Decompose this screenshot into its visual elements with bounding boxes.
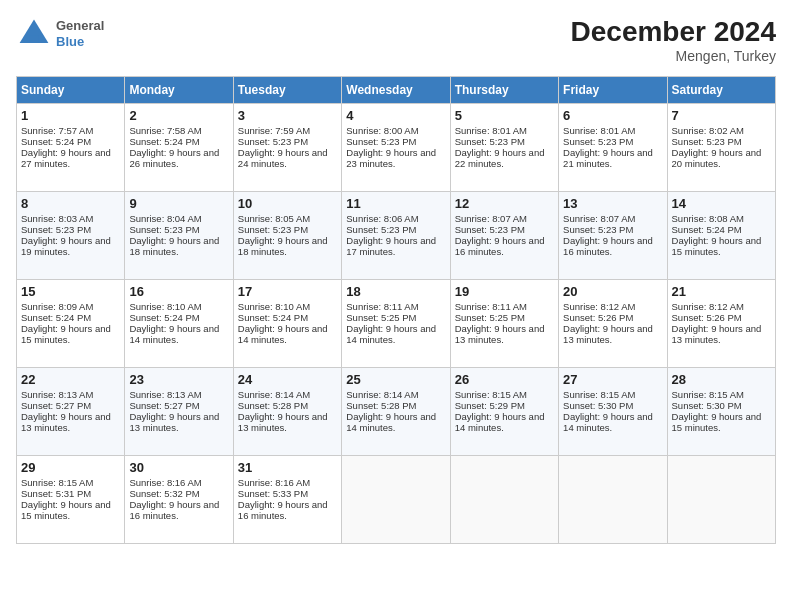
day-daylight-label-27: Daylight: 9 hours and 14 minutes. <box>563 411 653 433</box>
day-sunset-4: Sunset: 5:23 PM <box>346 136 416 147</box>
day-cell-28: 28 Sunrise: 8:15 AM Sunset: 5:30 PM Dayl… <box>667 368 775 456</box>
day-number-12: 12 <box>455 196 554 211</box>
day-cell-11: 11 Sunrise: 8:06 AM Sunset: 5:23 PM Dayl… <box>342 192 450 280</box>
day-cell-7: 7 Sunrise: 8:02 AM Sunset: 5:23 PM Dayli… <box>667 104 775 192</box>
day-cell-10: 10 Sunrise: 8:05 AM Sunset: 5:23 PM Dayl… <box>233 192 341 280</box>
day-cell-3: 3 Sunrise: 7:59 AM Sunset: 5:23 PM Dayli… <box>233 104 341 192</box>
day-sunrise-7: Sunrise: 8:02 AM <box>672 125 744 136</box>
day-daylight-label-26: Daylight: 9 hours and 14 minutes. <box>455 411 545 433</box>
day-sunrise-23: Sunrise: 8:13 AM <box>129 389 201 400</box>
day-cell-8: 8 Sunrise: 8:03 AM Sunset: 5:23 PM Dayli… <box>17 192 125 280</box>
page-header: General Blue December 2024 Mengen, Turke… <box>16 16 776 64</box>
day-number-20: 20 <box>563 284 662 299</box>
day-sunrise-22: Sunrise: 8:13 AM <box>21 389 93 400</box>
day-number-7: 7 <box>672 108 771 123</box>
day-cell-12: 12 Sunrise: 8:07 AM Sunset: 5:23 PM Dayl… <box>450 192 558 280</box>
day-sunrise-5: Sunrise: 8:01 AM <box>455 125 527 136</box>
col-friday: Friday <box>559 77 667 104</box>
day-daylight-label-13: Daylight: 9 hours and 16 minutes. <box>563 235 653 257</box>
day-number-29: 29 <box>21 460 120 475</box>
day-sunrise-10: Sunrise: 8:05 AM <box>238 213 310 224</box>
calendar-header-row: Sunday Monday Tuesday Wednesday Thursday… <box>17 77 776 104</box>
day-number-2: 2 <box>129 108 228 123</box>
day-cell-24: 24 Sunrise: 8:14 AM Sunset: 5:28 PM Dayl… <box>233 368 341 456</box>
day-daylight-label-3: Daylight: 9 hours and 24 minutes. <box>238 147 328 169</box>
logo-line2: Blue <box>56 34 104 50</box>
day-sunrise-9: Sunrise: 8:04 AM <box>129 213 201 224</box>
calendar-row-3: 22 Sunrise: 8:13 AM Sunset: 5:27 PM Dayl… <box>17 368 776 456</box>
day-sunset-22: Sunset: 5:27 PM <box>21 400 91 411</box>
day-cell-9: 9 Sunrise: 8:04 AM Sunset: 5:23 PM Dayli… <box>125 192 233 280</box>
calendar-row-1: 8 Sunrise: 8:03 AM Sunset: 5:23 PM Dayli… <box>17 192 776 280</box>
day-sunset-29: Sunset: 5:31 PM <box>21 488 91 499</box>
day-sunset-18: Sunset: 5:25 PM <box>346 312 416 323</box>
day-number-6: 6 <box>563 108 662 123</box>
day-sunset-6: Sunset: 5:23 PM <box>563 136 633 147</box>
day-daylight-label-8: Daylight: 9 hours and 19 minutes. <box>21 235 111 257</box>
day-daylight-label-20: Daylight: 9 hours and 13 minutes. <box>563 323 653 345</box>
day-daylight-label-24: Daylight: 9 hours and 13 minutes. <box>238 411 328 433</box>
day-sunrise-12: Sunrise: 8:07 AM <box>455 213 527 224</box>
day-number-24: 24 <box>238 372 337 387</box>
day-daylight-label-9: Daylight: 9 hours and 18 minutes. <box>129 235 219 257</box>
day-cell-25: 25 Sunrise: 8:14 AM Sunset: 5:28 PM Dayl… <box>342 368 450 456</box>
day-number-19: 19 <box>455 284 554 299</box>
day-number-5: 5 <box>455 108 554 123</box>
col-monday: Monday <box>125 77 233 104</box>
day-daylight-label-2: Daylight: 9 hours and 26 minutes. <box>129 147 219 169</box>
day-sunset-2: Sunset: 5:24 PM <box>129 136 199 147</box>
day-cell-18: 18 Sunrise: 8:11 AM Sunset: 5:25 PM Dayl… <box>342 280 450 368</box>
day-daylight-label-14: Daylight: 9 hours and 15 minutes. <box>672 235 762 257</box>
day-daylight-label-23: Daylight: 9 hours and 13 minutes. <box>129 411 219 433</box>
day-sunset-19: Sunset: 5:25 PM <box>455 312 525 323</box>
day-number-25: 25 <box>346 372 445 387</box>
day-sunrise-19: Sunrise: 8:11 AM <box>455 301 527 312</box>
empty-cell <box>450 456 558 544</box>
day-daylight-label-29: Daylight: 9 hours and 15 minutes. <box>21 499 111 521</box>
day-cell-2: 2 Sunrise: 7:58 AM Sunset: 5:24 PM Dayli… <box>125 104 233 192</box>
day-number-3: 3 <box>238 108 337 123</box>
day-number-23: 23 <box>129 372 228 387</box>
day-sunrise-6: Sunrise: 8:01 AM <box>563 125 635 136</box>
day-sunrise-15: Sunrise: 8:09 AM <box>21 301 93 312</box>
day-sunrise-29: Sunrise: 8:15 AM <box>21 477 93 488</box>
day-daylight-label-30: Daylight: 9 hours and 16 minutes. <box>129 499 219 521</box>
day-sunrise-8: Sunrise: 8:03 AM <box>21 213 93 224</box>
day-sunrise-11: Sunrise: 8:06 AM <box>346 213 418 224</box>
day-number-31: 31 <box>238 460 337 475</box>
day-sunset-28: Sunset: 5:30 PM <box>672 400 742 411</box>
day-daylight-label-1: Daylight: 9 hours and 27 minutes. <box>21 147 111 169</box>
day-sunset-27: Sunset: 5:30 PM <box>563 400 633 411</box>
day-sunrise-20: Sunrise: 8:12 AM <box>563 301 635 312</box>
day-sunset-31: Sunset: 5:33 PM <box>238 488 308 499</box>
calendar-row-2: 15 Sunrise: 8:09 AM Sunset: 5:24 PM Dayl… <box>17 280 776 368</box>
day-sunset-5: Sunset: 5:23 PM <box>455 136 525 147</box>
col-saturday: Saturday <box>667 77 775 104</box>
day-sunset-1: Sunset: 5:24 PM <box>21 136 91 147</box>
day-number-17: 17 <box>238 284 337 299</box>
day-cell-1: 1 Sunrise: 7:57 AM Sunset: 5:24 PM Dayli… <box>17 104 125 192</box>
day-sunrise-1: Sunrise: 7:57 AM <box>21 125 93 136</box>
day-number-9: 9 <box>129 196 228 211</box>
logo-icon <box>16 16 52 52</box>
page-subtitle: Mengen, Turkey <box>571 48 776 64</box>
empty-cell <box>342 456 450 544</box>
title-block: December 2024 Mengen, Turkey <box>571 16 776 64</box>
day-sunset-30: Sunset: 5:32 PM <box>129 488 199 499</box>
day-cell-26: 26 Sunrise: 8:15 AM Sunset: 5:29 PM Dayl… <box>450 368 558 456</box>
day-cell-6: 6 Sunrise: 8:01 AM Sunset: 5:23 PM Dayli… <box>559 104 667 192</box>
day-number-22: 22 <box>21 372 120 387</box>
day-sunset-9: Sunset: 5:23 PM <box>129 224 199 235</box>
logo-line1: General <box>56 18 104 34</box>
day-sunrise-4: Sunrise: 8:00 AM <box>346 125 418 136</box>
day-number-4: 4 <box>346 108 445 123</box>
day-cell-30: 30 Sunrise: 8:16 AM Sunset: 5:32 PM Dayl… <box>125 456 233 544</box>
day-cell-4: 4 Sunrise: 8:00 AM Sunset: 5:23 PM Dayli… <box>342 104 450 192</box>
day-sunset-12: Sunset: 5:23 PM <box>455 224 525 235</box>
day-cell-16: 16 Sunrise: 8:10 AM Sunset: 5:24 PM Dayl… <box>125 280 233 368</box>
day-sunset-13: Sunset: 5:23 PM <box>563 224 633 235</box>
day-sunrise-2: Sunrise: 7:58 AM <box>129 125 201 136</box>
day-cell-31: 31 Sunrise: 8:16 AM Sunset: 5:33 PM Dayl… <box>233 456 341 544</box>
day-cell-23: 23 Sunrise: 8:13 AM Sunset: 5:27 PM Dayl… <box>125 368 233 456</box>
day-cell-21: 21 Sunrise: 8:12 AM Sunset: 5:26 PM Dayl… <box>667 280 775 368</box>
